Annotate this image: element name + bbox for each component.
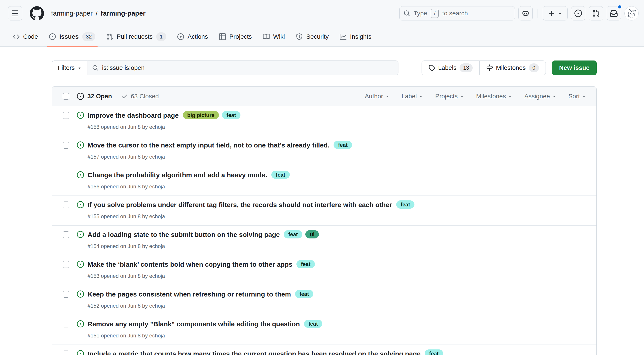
issue-title-link[interactable]: Remove any empty "Blank" components whil…	[88, 320, 300, 328]
toolbar-right: Labels 13 Milestones 0 New issue	[422, 61, 597, 75]
select-all-checkbox[interactable]	[63, 93, 69, 100]
pull-requests-button[interactable]	[589, 6, 603, 21]
issue-list-item: Include a metric that counts how many ti…	[52, 344, 596, 355]
copilot-button[interactable]	[518, 6, 533, 21]
issue-title-link[interactable]: Keep the pages consistent when refreshin…	[88, 290, 291, 298]
issue-title-link[interactable]: Move the cursor to the next empty input …	[88, 141, 330, 149]
breadcrumb-separator: /	[96, 10, 98, 17]
filters-dropdown-button[interactable]: Filters	[52, 61, 88, 75]
list-filter-dropdowns: Author Label Projects Milestones Assigne…	[365, 93, 589, 100]
issue-label[interactable]: feat	[296, 260, 315, 268]
labels-button[interactable]: Labels 13	[422, 61, 479, 75]
tab-code[interactable]: Code	[9, 27, 42, 47]
list-filter-dropdown[interactable]: Milestones	[476, 93, 512, 100]
issue-label[interactable]: feat	[271, 171, 290, 179]
issue-list-item: Improve the dashboard page big picturefe…	[52, 106, 596, 136]
issue-select-checkbox[interactable]	[63, 291, 69, 298]
inbox-button[interactable]	[607, 6, 621, 21]
labels-label: Labels	[438, 64, 457, 71]
issue-list-item: Remove any empty "Blank" components whil…	[52, 315, 596, 344]
issue-label[interactable]: feat	[334, 141, 352, 149]
tab-issues[interactable]: Issues 32	[45, 27, 99, 47]
pr-count-badge: 1	[156, 32, 166, 41]
create-new-button[interactable]	[543, 6, 568, 21]
issue-title-line: Improve the dashboard page big picturefe…	[88, 111, 240, 121]
shield-icon	[296, 33, 303, 40]
issue-title-link[interactable]: Make the ‘blank’ contents bold when copy…	[88, 261, 292, 268]
issues-search-input[interactable]	[102, 64, 394, 71]
tab-security[interactable]: Security	[292, 27, 333, 47]
issues-search-field	[88, 61, 398, 75]
issue-title-link[interactable]: Add a loading state to the submit button…	[88, 231, 280, 238]
tab-label: Code	[23, 33, 38, 40]
breadcrumb-repo-link[interactable]: farming-paper	[101, 10, 146, 17]
issue-opened-icon	[49, 33, 56, 40]
issue-meta: #155 opened on Jun 8 by echoja	[88, 213, 414, 220]
list-filter-dropdown[interactable]: Label	[402, 93, 423, 100]
open-count-label: 32 Open	[87, 93, 112, 100]
issue-title-line: Make the ‘blank’ contents bold when copy…	[88, 260, 315, 270]
issue-select-checkbox[interactable]	[63, 321, 69, 327]
issues-list-header: 32 Open 63 Closed Author Label Projects …	[52, 87, 596, 106]
issue-label[interactable]: feat	[284, 230, 302, 238]
open-issue-icon	[77, 141, 84, 149]
issue-label[interactable]: feat	[295, 290, 314, 298]
breadcrumb-owner-link[interactable]: farming-paper	[51, 10, 93, 17]
hamburger-menu-button[interactable]	[8, 6, 22, 21]
list-filter-dropdown[interactable]: Assignee	[524, 93, 556, 100]
closed-issues-filter[interactable]: 63 Closed	[121, 93, 159, 100]
list-filter-dropdown[interactable]: Sort	[568, 93, 586, 100]
issue-select-checkbox[interactable]	[63, 231, 69, 238]
issue-title-link[interactable]: Change the probability algorithm and add…	[88, 171, 267, 179]
issue-meta: #152 opened on Jun 8 by echoja	[88, 303, 313, 309]
issue-select-checkbox[interactable]	[63, 202, 69, 208]
issue-row-main: Move the cursor to the next empty input …	[88, 141, 352, 160]
tab-actions[interactable]: Actions	[173, 27, 212, 47]
tab-pull-requests[interactable]: Pull requests 1	[102, 27, 170, 47]
open-issue-icon	[77, 112, 84, 119]
search-placeholder-text: to search	[442, 10, 468, 17]
copilot-icon	[522, 10, 529, 17]
issue-label[interactable]: feat	[304, 320, 322, 328]
plus-icon	[548, 10, 555, 17]
open-issues-filter[interactable]: 32 Open	[77, 93, 112, 100]
open-issue-icon	[77, 261, 84, 268]
list-filter-dropdown[interactable]: Author	[365, 93, 390, 100]
issue-label[interactable]: feat	[425, 349, 443, 355]
tab-projects[interactable]: Projects	[215, 27, 256, 47]
tab-insights[interactable]: Insights	[336, 27, 376, 47]
issue-label[interactable]: ui	[305, 230, 319, 238]
avatar[interactable]	[624, 6, 639, 21]
table-icon	[219, 33, 226, 40]
tag-icon	[428, 65, 435, 71]
dropdown-label: Author	[365, 93, 383, 100]
tab-wiki[interactable]: Wiki	[259, 27, 289, 47]
issue-select-checkbox[interactable]	[63, 112, 69, 119]
global-search-input[interactable]: Type / to search	[399, 6, 515, 21]
issue-select-checkbox[interactable]	[63, 261, 69, 268]
search-placeholder-text: Type	[414, 10, 427, 17]
issue-select-checkbox[interactable]	[63, 172, 69, 178]
issues-dashboard-button[interactable]	[571, 6, 585, 21]
list-filter-dropdown[interactable]: Projects	[435, 93, 464, 100]
issue-title-link[interactable]: If you solve problems under different ta…	[88, 201, 392, 208]
issue-label[interactable]: big picture	[183, 111, 219, 119]
issue-title-link[interactable]: Include a metric that counts how many ti…	[88, 350, 421, 355]
issue-label[interactable]: feat	[222, 111, 240, 119]
dropdown-label: Assignee	[524, 93, 550, 100]
issue-meta: #153 opened on Jun 8 by echoja	[88, 273, 315, 279]
issue-list-item: Add a loading state to the submit button…	[52, 225, 596, 255]
github-logo-icon[interactable]	[30, 6, 44, 21]
git-pull-request-icon	[592, 10, 600, 17]
issue-title-link[interactable]: Improve the dashboard page	[88, 112, 179, 119]
code-icon	[13, 33, 20, 40]
issue-list-item: Move the cursor to the next empty input …	[52, 136, 596, 166]
milestones-button[interactable]: Milestones 0	[479, 61, 546, 75]
new-issue-button[interactable]: New issue	[552, 61, 597, 75]
issue-select-checkbox[interactable]	[63, 142, 69, 149]
issue-select-checkbox[interactable]	[63, 350, 69, 355]
hamburger-icon	[12, 11, 18, 17]
issue-row-main: Remove any empty "Blank" components whil…	[88, 319, 322, 339]
issue-label[interactable]: feat	[396, 200, 415, 209]
tab-label: Projects	[229, 33, 252, 40]
